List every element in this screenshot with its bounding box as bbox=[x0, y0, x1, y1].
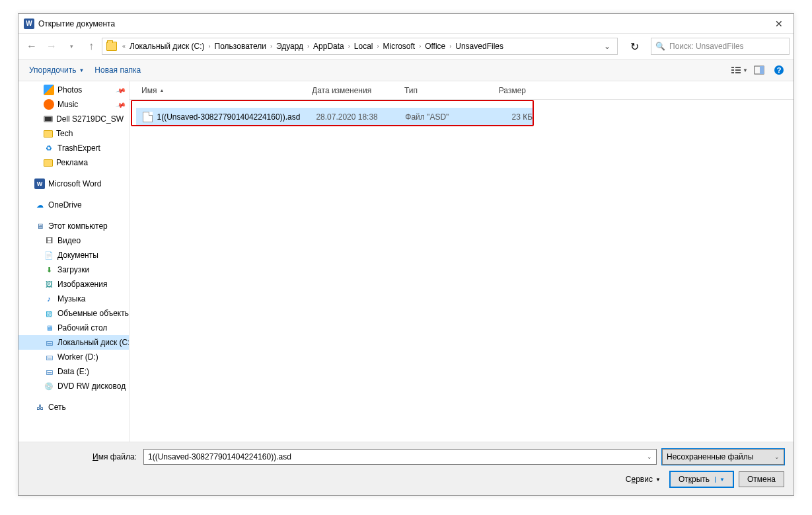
sidebar-item[interactable]: 🖧Сеть bbox=[18, 400, 129, 415]
sidebar-item[interactable]: 🖥Этот компьютер bbox=[18, 219, 129, 233]
col-type[interactable]: Тип bbox=[399, 86, 478, 95]
col-name[interactable]: Имя▲ bbox=[136, 86, 307, 95]
sidebar-item-label: Изображения bbox=[57, 280, 107, 289]
crumb[interactable]: Office bbox=[422, 42, 448, 51]
i-3d-icon: ▧ bbox=[44, 308, 54, 319]
new-folder-button[interactable]: Новая папка bbox=[89, 63, 146, 77]
forward-button[interactable]: → bbox=[42, 37, 61, 56]
up-button[interactable]: ↑ bbox=[82, 37, 100, 56]
i-disk-icon: 🖴 bbox=[44, 352, 54, 362]
i-dvd-icon: 💿 bbox=[44, 381, 54, 391]
svg-rect-5 bbox=[735, 72, 741, 73]
file-icon bbox=[143, 112, 153, 122]
col-size[interactable]: Размер bbox=[478, 86, 531, 95]
navigation-pane: Photos📌Music📌Dell S2719DC_SWTech♻TrashEx… bbox=[18, 81, 129, 442]
pin-icon: 📌 bbox=[116, 85, 126, 95]
crumb[interactable]: AppData bbox=[311, 42, 347, 51]
word-app-icon: W bbox=[24, 19, 34, 29]
svg-rect-4 bbox=[735, 69, 741, 71]
sidebar-item[interactable]: 🖥Рабочий стол bbox=[18, 321, 129, 335]
sidebar-item-label: Music bbox=[57, 100, 78, 109]
back-button[interactable]: ← bbox=[22, 37, 41, 56]
dialog-footer: Имя файла: 1((Unsaved-308277901404224160… bbox=[18, 442, 794, 495]
sidebar-item[interactable]: Tech bbox=[18, 126, 129, 141]
red-highlight-annotation bbox=[131, 100, 534, 126]
sidebar-item[interactable]: Photos📌 bbox=[18, 83, 129, 97]
refresh-button[interactable]: ↻ bbox=[624, 38, 644, 55]
filename-input[interactable]: 1((Unsaved-308277901404224160)).asd ⌄ bbox=[143, 449, 657, 465]
sidebar-item[interactable]: 💿DVD RW дисковод bbox=[18, 379, 129, 393]
sidebar-item[interactable]: 🎞Видео bbox=[18, 233, 129, 248]
crumb[interactable]: Пользователи bbox=[212, 42, 269, 51]
col-modified[interactable]: Дата изменения bbox=[307, 86, 399, 95]
cancel-button[interactable]: Отмена bbox=[739, 471, 784, 487]
search-placeholder: Поиск: UnsavedFiles bbox=[669, 42, 744, 51]
sidebar-item[interactable]: ☁OneDrive bbox=[18, 198, 129, 212]
crumb[interactable]: Microsoft bbox=[380, 42, 418, 51]
search-box[interactable]: 🔍 Поиск: UnsavedFiles bbox=[651, 38, 790, 55]
crumb[interactable]: Local bbox=[351, 42, 376, 51]
sidebar-item-label: Загрузки bbox=[57, 265, 89, 274]
sidebar-item[interactable]: Реклама bbox=[18, 155, 129, 170]
help-button[interactable]: ? bbox=[770, 61, 788, 79]
i-folder-icon bbox=[44, 130, 53, 138]
sidebar-item-label: OneDrive bbox=[48, 200, 82, 210]
tools-menu[interactable]: Сервис▼ bbox=[622, 472, 665, 487]
organize-menu[interactable]: Упорядочить▼ bbox=[24, 63, 89, 77]
recent-dropdown[interactable]: ▾ bbox=[62, 37, 81, 56]
sidebar-item-label: Dell S2719DC_SW bbox=[56, 114, 124, 124]
i-word-icon: W bbox=[34, 178, 45, 189]
dialog-title: Открытие документа bbox=[38, 19, 115, 28]
sidebar-item-label: TrashExpert bbox=[57, 143, 100, 153]
sidebar-item-label: Worker (D:) bbox=[57, 352, 98, 362]
folder-icon bbox=[106, 42, 117, 51]
i-photos-icon bbox=[44, 85, 54, 95]
sidebar-item[interactable]: Music📌 bbox=[18, 97, 129, 112]
address-bar[interactable]: « Локальный диск (C:)› Пользователи› Эду… bbox=[102, 38, 618, 55]
sidebar-item-label: Реклама bbox=[56, 158, 88, 167]
column-headers: Имя▲ Дата изменения Тип Размер bbox=[129, 81, 794, 100]
i-folder-icon bbox=[44, 159, 53, 167]
view-options-button[interactable]: ▼ bbox=[730, 61, 749, 79]
sidebar-item-label: DVD RW дисковод bbox=[57, 381, 126, 391]
preview-pane-button[interactable] bbox=[750, 61, 768, 79]
sidebar-item[interactable]: ⬇Загрузки bbox=[18, 262, 129, 277]
svg-rect-0 bbox=[731, 67, 734, 68]
i-musicn-icon: ♪ bbox=[44, 294, 54, 304]
crumb[interactable]: Эдуард bbox=[274, 42, 306, 51]
filename-dropdown[interactable]: ⌄ bbox=[647, 454, 652, 460]
sidebar-item-label: Этот компьютер bbox=[48, 221, 108, 231]
sidebar-item[interactable]: ▧Объемные объекты bbox=[18, 306, 129, 321]
sidebar-item-label: Музыка bbox=[57, 294, 85, 303]
i-dl-icon: ⬇ bbox=[44, 264, 54, 275]
sidebar-item[interactable]: 🖴Локальный диск (C:) bbox=[18, 335, 129, 350]
open-button[interactable]: Открыть▼ bbox=[670, 471, 733, 487]
sidebar-item-label: Data (E:) bbox=[57, 367, 89, 376]
sidebar-item[interactable]: 🖼Изображения bbox=[18, 277, 129, 292]
sidebar-item[interactable]: ♪Музыка bbox=[18, 292, 129, 306]
sidebar-item-label: Photos bbox=[57, 85, 82, 95]
svg-rect-7 bbox=[760, 66, 764, 74]
sidebar-item[interactable]: Dell S2719DC_SW bbox=[18, 112, 129, 126]
sidebar-item[interactable]: 🖴Data (E:) bbox=[18, 364, 129, 379]
open-split-dropdown[interactable]: ▼ bbox=[715, 477, 725, 483]
address-dropdown[interactable]: ⌄ bbox=[600, 42, 614, 51]
crumb-prefix[interactable]: « bbox=[121, 43, 127, 50]
command-bar: Упорядочить▼ Новая папка ▼ ? bbox=[18, 59, 794, 81]
sidebar-item[interactable]: ♻TrashExpert bbox=[18, 141, 129, 155]
close-button[interactable]: ✕ bbox=[766, 15, 792, 33]
sidebar-item[interactable]: WMicrosoft Word bbox=[18, 177, 129, 191]
file-type-filter[interactable]: Несохраненные файлы ⌄ bbox=[662, 449, 784, 465]
i-disk-icon: 🖴 bbox=[44, 366, 54, 377]
crumb[interactable]: UnsavedFiles bbox=[453, 42, 506, 51]
sidebar-item[interactable]: 🖴Worker (D:) bbox=[18, 350, 129, 364]
svg-rect-2 bbox=[731, 72, 734, 73]
sidebar-item[interactable]: 📄Документы bbox=[18, 248, 129, 262]
i-pc-icon: 🖥 bbox=[34, 221, 45, 231]
sidebar-item-label: Tech bbox=[56, 129, 73, 138]
crumb[interactable]: Локальный диск (C:) bbox=[127, 42, 207, 51]
i-monitor-icon bbox=[44, 116, 53, 122]
file-list-area: Имя▲ Дата изменения Тип Размер 1((Unsave… bbox=[129, 81, 794, 442]
i-docs-icon: 📄 bbox=[44, 250, 54, 260]
filename-label: Имя файла: bbox=[28, 452, 143, 461]
